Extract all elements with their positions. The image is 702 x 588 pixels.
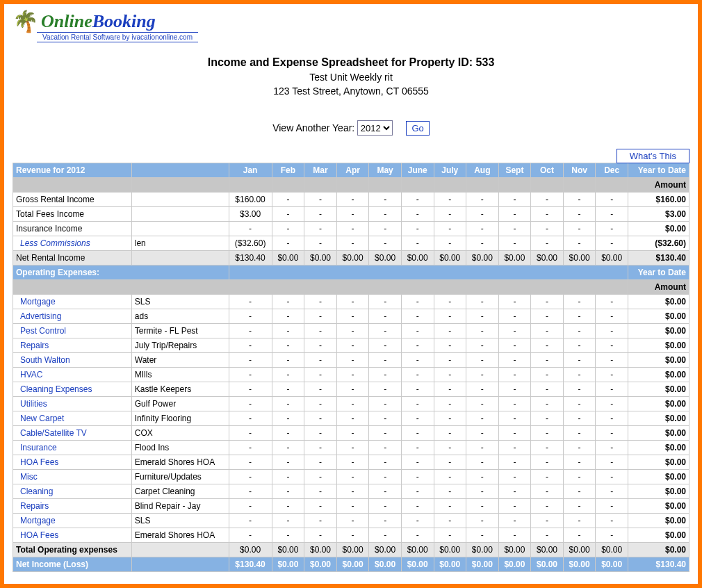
expense-m-4-3: - <box>336 353 369 368</box>
expense-link-4[interactable]: South Walton <box>16 355 129 365</box>
expense-m-12-7: - <box>466 470 499 484</box>
expense-link-0[interactable]: Mortgage <box>16 297 129 307</box>
page-title: Income and Expense Spreadsheet for Prope… <box>13 56 689 69</box>
revenue-m-1-3: - <box>369 207 402 222</box>
expense-link-6[interactable]: Cleaning Expenses <box>16 384 129 394</box>
expense-m-11-3: - <box>336 455 369 470</box>
expense-m-10-4: - <box>369 441 402 455</box>
expense-row: UtilitiesGulf Power------------$0.00 <box>13 397 689 411</box>
net-rental-m-7: $0.00 <box>498 251 531 266</box>
expense-link-8[interactable]: New Carpet <box>16 414 129 423</box>
expense-m-10-3: - <box>336 441 369 455</box>
expense-link-7[interactable]: Utilities <box>16 399 129 409</box>
expense-link-12[interactable]: Misc <box>16 472 129 482</box>
expense-m-3-3: - <box>336 338 369 353</box>
revenue-row: Total Fees Income$3.00-----------$3.00 <box>13 207 689 222</box>
expense-m-13-9: - <box>531 484 564 499</box>
expense-link-10[interactable]: Insurance <box>16 443 129 452</box>
revenue-m-1-8: - <box>531 207 564 222</box>
report-header: Income and Expense Spreadsheet for Prope… <box>13 56 689 97</box>
go-button[interactable]: Go <box>406 121 429 136</box>
expense-ytd-8: $0.00 <box>628 411 689 426</box>
whats-this-button[interactable]: What's This <box>617 149 689 163</box>
revenue-m-1-2: - <box>336 207 369 222</box>
expense-m-13-0: - <box>229 484 272 499</box>
expenses-header: Operating Expenses: <box>13 266 229 280</box>
expense-m-0-6: - <box>434 295 466 309</box>
expense-m-13-8: - <box>498 484 531 499</box>
expense-m-9-6: - <box>434 426 466 441</box>
expense-note-13: Carpet Cleaning <box>131 484 229 499</box>
expense-link-3[interactable]: Repairs <box>16 341 129 350</box>
expense-m-3-4: - <box>369 338 402 353</box>
expense-m-8-7: - <box>466 411 499 426</box>
expense-link-5[interactable]: HVAC <box>16 370 129 379</box>
expense-m-15-5: - <box>401 514 434 528</box>
net-rental-label: Net Rental Income <box>13 251 132 266</box>
total-expenses-label: Total Operating expenses <box>13 543 132 557</box>
expense-ytd-1: $0.00 <box>628 309 689 324</box>
expense-link-1[interactable]: Advertising <box>16 311 129 321</box>
expense-row: Advertisingads------------$0.00 <box>13 309 689 324</box>
expense-m-0-0: - <box>229 295 272 309</box>
palm-tree-icon: 🌴 <box>13 11 38 32</box>
expense-ytd-9: $0.00 <box>628 426 689 441</box>
expense-m-15-0: - <box>229 514 272 528</box>
blank <box>304 178 337 193</box>
month-header-0: Jan <box>229 163 272 178</box>
expense-link-15[interactable]: Mortgage <box>16 516 129 525</box>
month-header-6: July <box>434 163 466 178</box>
expense-m-6-8: - <box>498 382 531 397</box>
expense-m-7-3: - <box>336 397 369 411</box>
expense-label-10: Insurance <box>13 441 132 455</box>
expense-m-16-11: - <box>596 528 628 543</box>
expense-link-9[interactable]: Cable/Satellite TV <box>16 428 129 438</box>
expense-ytd-6: $0.00 <box>628 382 689 397</box>
expense-label-6: Cleaning Expenses <box>13 382 132 397</box>
blank <box>13 178 132 193</box>
net-rental-blank <box>131 251 229 266</box>
logo-online: Online <box>41 11 92 31</box>
expense-m-11-0: - <box>229 455 272 470</box>
expense-m-3-5: - <box>401 338 434 353</box>
expense-m-8-6: - <box>434 411 466 426</box>
expense-m-1-4: - <box>369 309 402 324</box>
expense-link-14[interactable]: Repairs <box>16 501 129 511</box>
net-income-row: Net Income (Loss)$130.40$0.00$0.00$0.00$… <box>13 557 689 572</box>
expense-m-6-3: - <box>336 382 369 397</box>
expense-note-14: Blind Repair - Jay <box>131 499 229 514</box>
expense-link-2[interactable]: Pest Control <box>16 326 129 336</box>
total-expenses-row: Total Operating expenses$0.00$0.00$0.00$… <box>13 543 689 557</box>
expense-link-16[interactable]: HOA Fees <box>16 530 129 540</box>
total-expenses-m-7: $0.00 <box>466 543 499 557</box>
revenue-m-2-6: - <box>466 222 499 236</box>
blank <box>401 178 434 193</box>
expense-ytd-15: $0.00 <box>628 514 689 528</box>
expense-m-14-7: - <box>466 499 499 514</box>
revenue-m-1-7: - <box>498 207 531 222</box>
expense-row: InsuranceFlood Ins------------$0.00 <box>13 441 689 455</box>
expense-m-13-7: - <box>466 484 499 499</box>
month-header-9: Oct <box>531 163 564 178</box>
revenue-m-0-8: - <box>531 193 564 207</box>
expense-link-11[interactable]: HOA Fees <box>16 457 129 467</box>
revenue-note-3: len <box>131 236 229 251</box>
expense-m-1-5: - <box>401 309 434 324</box>
year-select[interactable]: 2012 <box>357 120 393 136</box>
expense-m-11-2: - <box>304 455 337 470</box>
expense-m-16-9: - <box>531 528 564 543</box>
page-container: 🌴 OnlineBooking Vacation Rental Software… <box>4 4 698 584</box>
total-expenses-m-5: $0.00 <box>401 543 434 557</box>
net-rental-m-2: $0.00 <box>336 251 369 266</box>
expense-m-12-0: - <box>229 470 272 484</box>
logo: 🌴 OnlineBooking Vacation Rental Software… <box>13 11 689 42</box>
expense-m-16-6: - <box>434 528 466 543</box>
total-expenses-m-1: $0.00 <box>272 543 304 557</box>
expense-link-13[interactable]: Cleaning <box>16 487 129 496</box>
total-expenses-ytd: $0.00 <box>628 543 689 557</box>
expense-ytd-12: $0.00 <box>628 470 689 484</box>
expense-m-15-7: - <box>466 514 499 528</box>
expense-m-10-1: - <box>272 441 304 455</box>
expense-note-1: ads <box>131 309 229 324</box>
expense-m-15-2: - <box>304 514 337 528</box>
